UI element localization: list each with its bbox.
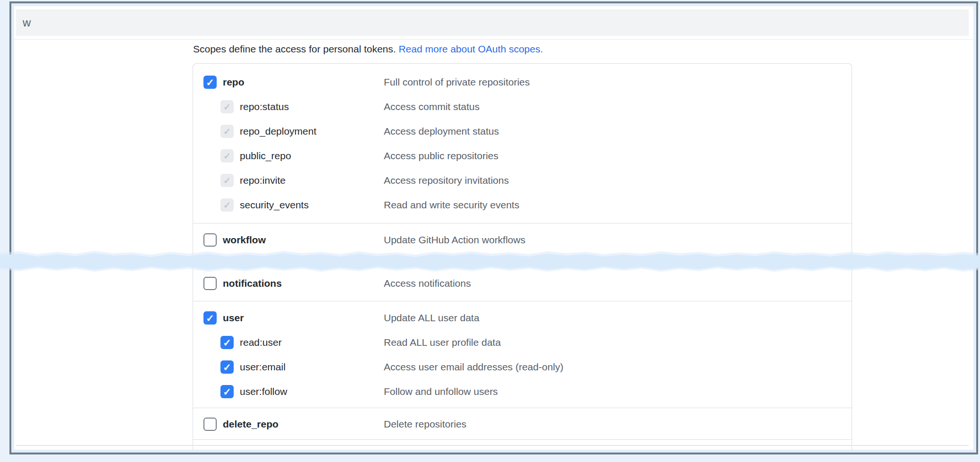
check-icon: ✓	[206, 77, 214, 87]
scope-group-delete_repo: delete_repoDelete repositories	[193, 408, 852, 439]
scope-row-delete_repo: delete_repoDelete repositories	[193, 412, 852, 436]
scope-description: Follow and unfollow users	[384, 386, 498, 397]
checkbox-workflow[interactable]	[203, 233, 217, 247]
scopes-intro-text: Scopes define the access for personal to…	[193, 43, 398, 54]
scope-label: public_repo	[240, 150, 291, 162]
scope-group-user: ✓userUpdate ALL user data✓read:userRead …	[193, 301, 852, 408]
check-icon: ✓	[223, 338, 231, 348]
checkbox-repo_deployment: ✓	[220, 125, 234, 138]
checkbox-public_repo: ✓	[220, 149, 234, 163]
scope-label: security_events	[240, 199, 309, 211]
check-icon: ✓	[223, 362, 231, 372]
scopes-list: ✓repoFull control of private repositorie…	[193, 63, 852, 450]
scope-label: repo_deployment	[240, 126, 316, 137]
section-bottom-divider	[16, 445, 969, 446]
scope-label[interactable]: repo	[223, 77, 245, 88]
scope-row-read:user: ✓read:userRead ALL user profile data	[193, 330, 852, 355]
checkbox-repo[interactable]: ✓	[203, 76, 217, 89]
checkbox-delete_repo[interactable]	[203, 418, 217, 431]
note-input[interactable]	[16, 9, 969, 36]
scope-row-repo:invite: ✓repo:inviteAccess repository invitation…	[193, 168, 852, 193]
scope-row-workflow: workflowUpdate GitHub Action workflows	[193, 228, 852, 252]
check-icon: ✓	[206, 313, 214, 323]
scope-group-workflow: workflowUpdate GitHub Action workflows	[193, 223, 852, 252]
scope-row-public_repo: ✓public_repoAccess public repositories	[193, 144, 852, 168]
checkbox-repo:status: ✓	[220, 100, 234, 113]
checkbox-user:follow[interactable]: ✓	[220, 385, 234, 398]
scope-description: Delete repositories	[384, 419, 466, 430]
scope-description: Access commit status	[384, 101, 480, 112]
scope-row-repo: ✓repoFull control of private repositorie…	[193, 70, 852, 94]
scope-description: Access notifications	[384, 278, 471, 289]
scope-label[interactable]: read:user	[240, 337, 282, 348]
scope-description: Access repository invitations	[384, 175, 509, 186]
check-icon: ✓	[223, 387, 231, 397]
scope-description: Read ALL user profile data	[384, 337, 501, 348]
scope-row-user:email: ✓user:emailAccess user email addresses (…	[193, 355, 852, 379]
check-icon: ✓	[223, 176, 231, 185]
cut-off-row-divider	[193, 439, 852, 450]
scope-group-notifications: notificationsAccess notifications	[193, 271, 852, 301]
scope-group-repo: ✓repoFull control of private repositorie…	[193, 64, 852, 223]
check-icon: ✓	[223, 152, 231, 161]
scope-label[interactable]: user	[223, 312, 244, 324]
page-content: Scopes define the access for personal to…	[14, 6, 973, 450]
check-icon: ✓	[223, 201, 231, 210]
checkbox-user:email[interactable]: ✓	[220, 360, 234, 374]
scope-row-notifications: notificationsAccess notifications	[193, 271, 852, 296]
scope-description: Access user email addresses (read-only)	[384, 361, 563, 373]
scope-description: Update GitHub Action workflows	[384, 234, 525, 246]
scope-description: Read and write security events	[384, 199, 519, 211]
scopes-section: Scopes define the access for personal to…	[14, 40, 973, 450]
scope-row-user:follow: ✓user:followFollow and unfollow users	[193, 379, 852, 404]
scope-label: repo:status	[240, 101, 289, 112]
scope-label[interactable]: workflow	[223, 234, 266, 246]
scope-label: repo:invite	[240, 175, 286, 186]
checkbox-user[interactable]: ✓	[203, 311, 217, 325]
scope-description: Access public repositories	[384, 150, 498, 162]
scopes-intro: Scopes define the access for personal to…	[193, 43, 973, 56]
scope-label[interactable]: user:email	[240, 361, 286, 373]
check-icon: ✓	[223, 127, 231, 136]
scope-description: Access deployment status	[384, 126, 499, 137]
scope-row-security_events: ✓security_eventsRead and write security …	[193, 193, 852, 217]
scope-description: Full control of private repositories	[384, 77, 530, 88]
checkbox-notifications[interactable]	[203, 277, 217, 290]
check-icon: ✓	[223, 103, 231, 111]
torn-gap	[193, 252, 852, 271]
scope-label[interactable]: delete_repo	[223, 419, 279, 430]
checkbox-repo:invite: ✓	[220, 174, 234, 187]
scope-row-user: ✓userUpdate ALL user data	[193, 306, 852, 330]
checkbox-security_events: ✓	[220, 198, 234, 212]
scope-row-repo:status: ✓repo:statusAccess commit status	[193, 94, 852, 119]
checkbox-read:user[interactable]: ✓	[220, 336, 234, 349]
scope-description: Update ALL user data	[384, 312, 479, 324]
oauth-scopes-link[interactable]: Read more about OAuth scopes.	[398, 43, 543, 54]
window-frame: Scopes define the access for personal to…	[9, 1, 978, 454]
scope-label[interactable]: user:follow	[240, 386, 287, 397]
scope-row-repo_deployment: ✓repo_deploymentAccess deployment status	[193, 119, 852, 144]
scope-label[interactable]: notifications	[223, 278, 282, 289]
